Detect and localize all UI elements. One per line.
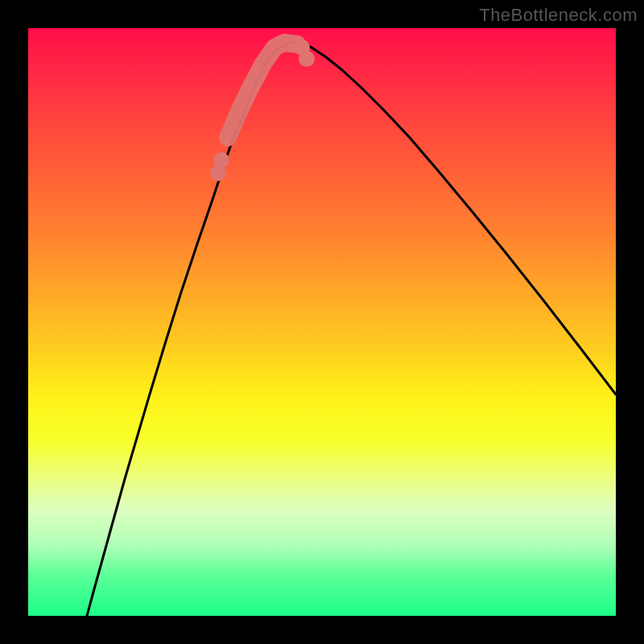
chart-frame: TheBottleneck.com (0, 0, 644, 644)
chart-svg (28, 28, 616, 616)
marker-dot (299, 51, 315, 67)
bottleneck-curve-line (87, 43, 616, 616)
marker-cluster-line (228, 43, 297, 138)
plot-area (28, 28, 616, 616)
marker-dot (213, 152, 229, 168)
watermark-text: TheBottleneck.com (479, 5, 638, 26)
